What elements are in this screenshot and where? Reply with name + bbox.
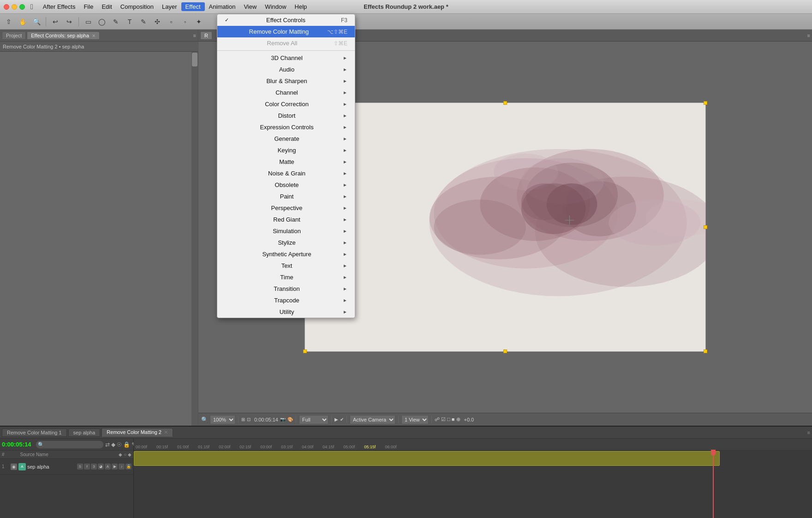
dd-item-transition[interactable]: ✓ Transition ► <box>217 283 355 295</box>
dd-arrow-3d: ► <box>343 55 347 60</box>
menu-item-edit[interactable]: Edit <box>97 2 116 11</box>
dd-item-obsolete[interactable]: ✓ Obsolete ► <box>217 179 355 191</box>
dd-item-channel[interactable]: ✓ Channel ► <box>217 87 355 98</box>
tab-close-icon[interactable]: ✕ <box>92 33 96 38</box>
tool-ellipse[interactable]: ◯ <box>96 16 108 27</box>
quality-select[interactable]: Full Half Quarter <box>299 415 328 424</box>
tl-stagger-icon[interactable]: ⇄ <box>105 440 110 449</box>
layer-ctrl-audio[interactable]: ♪ <box>119 464 125 470</box>
dd-label-time: Time <box>280 274 293 281</box>
tool-text[interactable]: T <box>124 16 136 27</box>
tool-puppet[interactable]: ✦ <box>193 16 205 27</box>
dd-arrow-transition: ► <box>343 286 347 291</box>
tl-tab-close-icon[interactable]: ✕ <box>164 429 168 435</box>
menu-item-composition[interactable]: Composition <box>116 2 158 11</box>
dd-item-text[interactable]: ✓ Text ► <box>217 260 355 271</box>
tl-playhead[interactable] <box>713 451 714 518</box>
layer-ctrl-video[interactable]: ▶ <box>112 464 118 470</box>
tl-search-input[interactable] <box>36 440 104 449</box>
menubar:  After Effects File Edit Composition La… <box>0 0 812 14</box>
menu-item-effect[interactable]: Effect <box>181 2 205 11</box>
dd-item-3dchannel[interactable]: ✓ 3D Channel ► <box>217 52 355 64</box>
tool-hand[interactable]: ✋ <box>17 16 29 27</box>
corner-handle-br[interactable] <box>704 349 707 353</box>
comp-tab-main[interactable]: R <box>200 31 212 40</box>
corner-handle-mr[interactable] <box>704 225 707 229</box>
layer-ctrl-motion-blur[interactable]: ◕ <box>98 464 104 470</box>
scrollbar-right[interactable] <box>191 52 198 426</box>
comp-panel-options[interactable]: ≡ <box>807 33 810 38</box>
dd-item-paint[interactable]: ✓ Paint ► <box>217 191 355 202</box>
corner-handle-bl[interactable] <box>303 349 307 353</box>
dd-item-time[interactable]: ✓ Time ► <box>217 271 355 283</box>
tab-project[interactable]: Project <box>2 31 26 40</box>
layer-ctrl-adjust[interactable]: A <box>105 464 111 470</box>
dd-item-expression[interactable]: ✓ Expression Controls ► <box>217 121 355 133</box>
layer-ctrl-solo[interactable]: S <box>77 464 83 470</box>
corner-handle-bm[interactable] <box>503 349 507 353</box>
dd-item-matte[interactable]: ✓ Matte ► <box>217 156 355 168</box>
dd-item-synthetic-aperture[interactable]: ✓ Synthetic Aperture ► <box>217 248 355 260</box>
menu-item-ae[interactable]: After Effects <box>39 2 80 11</box>
tool-roto[interactable]: ◦ <box>179 16 191 27</box>
dd-item-trapcode[interactable]: ✓ Trapcode ► <box>217 295 355 306</box>
menu-item-window[interactable]: Window <box>261 2 290 11</box>
maximize-button[interactable] <box>19 4 25 10</box>
tl-solo-icon[interactable]: ☉ <box>117 440 122 449</box>
dd-item-audio[interactable]: ✓ Audio ► <box>217 64 355 75</box>
tool-redo[interactable]: ↪ <box>63 16 75 27</box>
dd-item-color-correction[interactable]: ✓ Color Correction ► <box>217 98 355 110</box>
dd-item-noise[interactable]: ✓ Noise & Grain ► <box>217 168 355 179</box>
left-panel: Project Effect Controls: sep alpha ✕ ≡ R… <box>0 30 198 426</box>
timeline-options-icon[interactable]: ≡ <box>807 430 810 435</box>
tl-lock-icon[interactable]: 🔒 <box>123 440 130 449</box>
tool-arrow[interactable]: ⇧ <box>3 16 15 27</box>
corner-handle-tr[interactable] <box>704 101 707 105</box>
layer-visibility-toggle[interactable]: ◉ <box>11 464 17 470</box>
dd-item-effect-controls[interactable]: ✓ Effect Controls F3 <box>217 14 355 26</box>
tool-brush[interactable]: ✎ <box>137 16 149 27</box>
layer-ctrl-fx[interactable]: f <box>84 464 90 470</box>
dd-item-keying[interactable]: ✓ Keying ► <box>217 145 355 156</box>
close-button[interactable] <box>4 4 9 10</box>
zoom-select[interactable]: 100% 50% 200% <box>210 415 235 424</box>
tl-ruler: 00:00f 00:15f 01:00f 01:15f 02:00f 02:15… <box>134 439 812 451</box>
tool-zoom[interactable]: 🔍 <box>30 16 42 27</box>
tool-pen[interactable]: ✎ <box>110 16 122 27</box>
layer-ctrl-3d[interactable]: 3 <box>91 464 97 470</box>
tool-undo[interactable]: ↩ <box>49 16 61 27</box>
menu-item-animation[interactable]: Animation <box>205 2 240 11</box>
scroll-thumb[interactable] <box>192 53 197 66</box>
dd-item-red-giant[interactable]: ✓ Red Giant ► <box>217 214 355 225</box>
minimize-button[interactable] <box>12 4 17 10</box>
dd-item-blur[interactable]: ✓ Blur & Sharpen ► <box>217 75 355 87</box>
menu-item-view[interactable]: View <box>239 2 261 11</box>
dd-item-remove-color-matting[interactable]: ✓ Remove Color Matting ⌥⇧⌘E <box>217 26 355 37</box>
camera-select[interactable]: Active Camera <box>350 415 395 424</box>
layer-ctrl-lock[interactable]: 🔓 <box>125 464 131 470</box>
dd-item-generate[interactable]: ✓ Generate ► <box>217 133 355 145</box>
tl-keys-icon[interactable]: ◆ <box>111 440 115 449</box>
tl-layer-bar[interactable] <box>134 451 720 466</box>
tool-eraser[interactable]: ▫ <box>165 16 177 27</box>
dd-item-simulation[interactable]: ✓ Simulation ► <box>217 225 355 237</box>
dd-item-distort[interactable]: ✓ Distort ► <box>217 110 355 121</box>
tl-tab-rcm1[interactable]: Remove Color Matting 1 <box>2 428 67 437</box>
panel-options-icon[interactable]: ≡ <box>193 33 196 38</box>
menu-item-help[interactable]: Help <box>291 2 311 11</box>
dd-label-utility: Utility <box>280 308 294 315</box>
corner-handle-tm[interactable] <box>503 101 507 105</box>
dd-item-utility[interactable]: ✓ Utility ► <box>217 306 355 318</box>
tl-track-area[interactable] <box>134 451 812 518</box>
menu-item-file[interactable]: File <box>79 2 97 11</box>
dd-item-perspective[interactable]: ✓ Perspective ► <box>217 202 355 214</box>
tab-effect-controls[interactable]: Effect Controls: sep alpha ✕ <box>27 31 100 40</box>
bottom-divider-1 <box>238 416 239 423</box>
tl-tab-rcm2[interactable]: Remove Color Matting 2 ✕ <box>102 428 173 437</box>
menu-item-layer[interactable]: Layer <box>158 2 181 11</box>
tool-clone[interactable]: ✣ <box>151 16 163 27</box>
dd-item-stylize[interactable]: ✓ Stylize ► <box>217 237 355 248</box>
tl-tab-sepalpha[interactable]: sep alpha <box>68 428 101 437</box>
views-select[interactable]: 1 View <box>401 415 429 424</box>
tool-rect[interactable]: ▭ <box>82 16 94 27</box>
